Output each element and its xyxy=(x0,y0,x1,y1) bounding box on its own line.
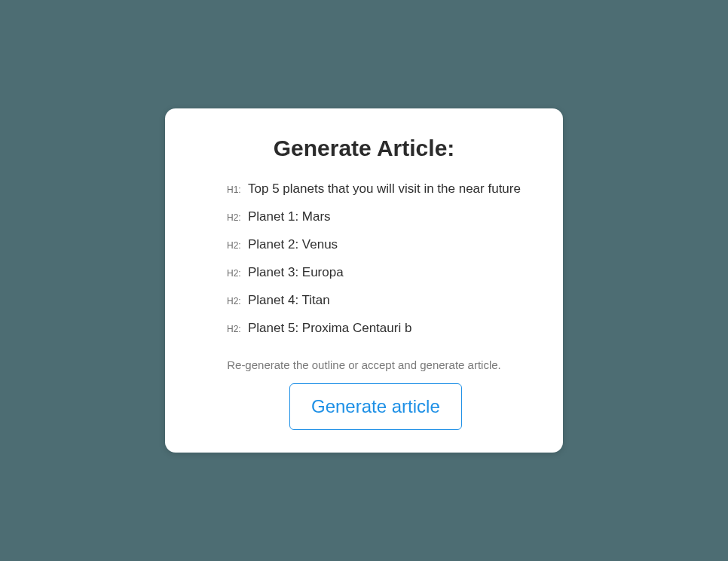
outline-row: H2: Planet 1: Mars xyxy=(227,209,525,226)
helper-text: Re-generate the outline or accept and ge… xyxy=(188,358,540,371)
outline-text: Planet 4: Titan xyxy=(248,292,330,309)
outline-text: Planet 2: Venus xyxy=(248,236,338,254)
action-row: Re-generate headlin Generate article xyxy=(188,392,540,419)
outline-tag: H2: xyxy=(227,212,248,223)
outline-row: H2: Planet 3: Europa xyxy=(227,264,525,282)
outline-tag: H2: xyxy=(227,296,248,306)
generate-article-button[interactable]: Generate article xyxy=(289,383,462,430)
outline-row: H2: Planet 2: Venus xyxy=(227,236,525,254)
outline-tag: H1: xyxy=(227,184,248,195)
outline-text: Top 5 planets that you will visit in the… xyxy=(248,181,521,198)
outline-text: Planet 3: Europa xyxy=(248,264,344,282)
outline-row: H2: Planet 5: Proxima Centauri b xyxy=(227,320,525,337)
outline-tag: H2: xyxy=(227,268,248,279)
outline-tag: H2: xyxy=(227,240,248,251)
outline-text: Planet 1: Mars xyxy=(248,209,331,226)
outline-text: Planet 5: Proxima Centauri b xyxy=(248,320,411,337)
outline-row: H1: Top 5 planets that you will visit in… xyxy=(227,181,525,198)
outline-list: H1: Top 5 planets that you will visit in… xyxy=(188,181,540,337)
outline-tag: H2: xyxy=(227,324,248,334)
card-title: Generate Article: xyxy=(188,136,540,161)
generate-article-card: Generate Article: H1: Top 5 planets that… xyxy=(165,108,563,453)
outline-row: H2: Planet 4: Titan xyxy=(227,292,525,309)
